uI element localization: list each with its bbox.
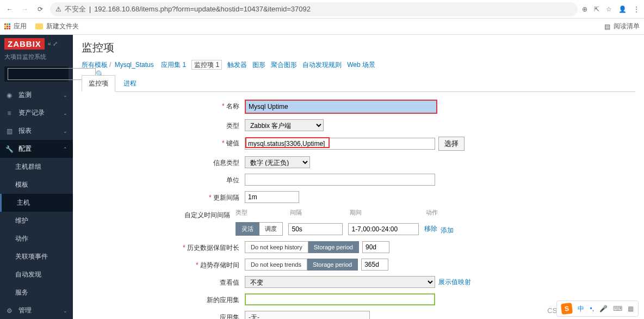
input-new-app[interactable]: [245, 293, 435, 305]
nav-maintenance[interactable]: 维护: [0, 212, 73, 230]
app-option-none[interactable]: -无-: [246, 312, 368, 319]
back-icon[interactable]: ←: [4, 4, 15, 15]
btn-history-storage[interactable]: Storage period: [308, 241, 359, 253]
insecure-label: 不安全: [65, 4, 86, 14]
chevron-icon: ⌃: [63, 146, 67, 152]
bc-monitor-item[interactable]: 监控项 1: [191, 60, 222, 70]
menu-icon[interactable]: ⋮: [633, 5, 640, 13]
input-trend-value[interactable]: [361, 259, 388, 271]
profile-icon[interactable]: 👤: [618, 5, 627, 13]
url-text: 192.168.10.68/items.php?form=update&host…: [94, 5, 311, 13]
link-value-map[interactable]: 展示值映射: [438, 278, 471, 287]
sidebar: ZABBIX « ⤢ 大项目监控系统 🔍 ◉监测⌄ ≡资产记录⌄ ▥报表⌄ 🔧配…: [0, 35, 73, 319]
ime-keyboard-icon[interactable]: ⌨: [613, 305, 622, 312]
btn-trend-nokeep[interactable]: Do not keep trends: [245, 259, 307, 271]
ime-lang[interactable]: 中: [578, 304, 584, 314]
nav-config[interactable]: 🔧配置⌃: [0, 140, 73, 158]
tab-process[interactable]: 进程: [117, 76, 143, 91]
label-value-map: 查看值: [82, 276, 245, 287]
input-interval[interactable]: [245, 191, 299, 203]
listbox-apps[interactable]: -无- MySQL: [245, 311, 370, 319]
logo[interactable]: ZABBIX: [4, 38, 45, 50]
nav-hosts[interactable]: 主机: [0, 194, 73, 212]
bookmark-bar: 应用 新建文件夹 ▤ 阅读清单: [0, 19, 644, 35]
bc-mysql-status[interactable]: Mysql_Status: [115, 61, 154, 69]
input-name[interactable]: [246, 101, 436, 113]
ime-mic-icon[interactable]: 🎤: [599, 305, 608, 312]
page-title: 监控项: [82, 40, 635, 55]
list-icon: ≡: [5, 109, 13, 117]
input-key[interactable]: [245, 138, 435, 150]
nav-correlation[interactable]: 关联项事件: [0, 248, 73, 266]
collapse-icon[interactable]: « ⤢: [48, 40, 58, 47]
folder-icon: [35, 23, 43, 29]
nav-templates[interactable]: 模板: [0, 176, 73, 194]
nav-monitoring[interactable]: ◉监测⌄: [0, 86, 73, 104]
label-interval: 更新间隔: [82, 191, 245, 203]
btn-history-nokeep[interactable]: Do not keep history: [245, 241, 308, 253]
select-value-map[interactable]: 不变: [245, 276, 435, 288]
ci-remove[interactable]: 移除: [424, 224, 437, 234]
label-type: 类型: [82, 119, 245, 131]
bc-discovery[interactable]: 自动发现规则: [302, 61, 342, 69]
btn-key-select[interactable]: 选择: [438, 137, 465, 151]
nav-reports[interactable]: ▥报表⌄: [0, 122, 73, 140]
chevron-icon: ⌄: [63, 93, 67, 98]
gear-icon: ⚙: [5, 307, 13, 315]
folder-bookmark[interactable]: 新建文件夹: [35, 22, 79, 31]
separator: |: [89, 5, 91, 13]
nav-actions[interactable]: 动作: [0, 230, 73, 248]
ci-input-interval[interactable]: [288, 223, 343, 235]
label-app: 应用集: [82, 311, 245, 319]
ci-input-period[interactable]: [348, 223, 419, 235]
breadcrumb: 所有模板/ Mysql_Status 应用集 1 监控项 1 触发器 图形 聚合…: [82, 60, 635, 70]
input-history-value[interactable]: [362, 241, 389, 253]
ci-btn-flex[interactable]: 灵活: [236, 222, 259, 236]
label-custom-interval: 自定义时间间隔: [82, 208, 236, 220]
list-icon: ▤: [604, 23, 610, 30]
ime-punct-icon[interactable]: •,: [590, 305, 594, 312]
ime-toolbar[interactable]: S 中 •, 🎤 ⌨ ▦: [556, 300, 639, 317]
apps-bookmark[interactable]: 应用: [4, 22, 27, 31]
bc-trigger[interactable]: 触发器: [227, 61, 247, 69]
label-trend: 趋势存储时间: [82, 259, 245, 270]
label-new-app: 新的应用集: [82, 293, 245, 305]
bc-all-templates[interactable]: 所有模板: [82, 61, 108, 69]
tab-monitor[interactable]: 监控项: [82, 75, 115, 92]
select-type[interactable]: Zabbix 客户端: [245, 119, 324, 131]
system-subtitle: 大项目监控系统: [0, 53, 73, 64]
label-key: 键值: [82, 137, 245, 148]
ci-add[interactable]: 添加: [441, 226, 454, 234]
forward-icon[interactable]: →: [20, 4, 30, 15]
bc-web[interactable]: Web 场景: [347, 61, 375, 69]
ime-menu-icon[interactable]: ▦: [628, 305, 634, 312]
form-tabs: 监控项 进程: [82, 75, 635, 92]
share-icon[interactable]: ⇱: [594, 5, 599, 13]
search-box[interactable]: 🔍: [4, 66, 69, 82]
ci-th-action: 动作: [426, 208, 438, 219]
bc-agg-graph[interactable]: 聚合图形: [271, 61, 297, 69]
nav-inventory[interactable]: ≡资产记录⌄: [0, 104, 73, 122]
eye-icon: ◉: [5, 91, 13, 99]
nav-hostgroups[interactable]: 主机群组: [0, 158, 73, 176]
btn-trend-storage[interactable]: Storage period: [307, 259, 358, 271]
url-bar[interactable]: ⚠ 不安全 | 192.168.10.68/items.php?form=upd…: [50, 2, 578, 16]
bc-graph[interactable]: 图形: [252, 61, 265, 69]
nav-admin[interactable]: ⚙管理⌄: [0, 302, 73, 319]
reload-icon[interactable]: ⟳: [35, 4, 46, 15]
star-icon[interactable]: ☆: [606, 5, 612, 13]
bc-app-set[interactable]: 应用集 1: [161, 61, 186, 69]
readlist-button[interactable]: ▤ 阅读清单: [604, 22, 640, 31]
chevron-icon: ⌄: [63, 111, 67, 116]
translate-icon[interactable]: ⊕: [582, 5, 587, 13]
chevron-icon: ⌄: [63, 308, 67, 314]
chevron-icon: ⌄: [63, 128, 67, 134]
ci-btn-schedule[interactable]: 调度: [259, 222, 283, 236]
input-unit[interactable]: [245, 174, 435, 186]
nav-services[interactable]: 服务: [0, 284, 73, 302]
select-info-type[interactable]: 数字 (无正负): [245, 156, 310, 168]
apps-icon: [4, 23, 10, 29]
label-name: 名称: [82, 100, 245, 111]
nav-discovery[interactable]: 自动发现: [0, 266, 73, 284]
ci-th-type: 类型: [236, 208, 284, 219]
